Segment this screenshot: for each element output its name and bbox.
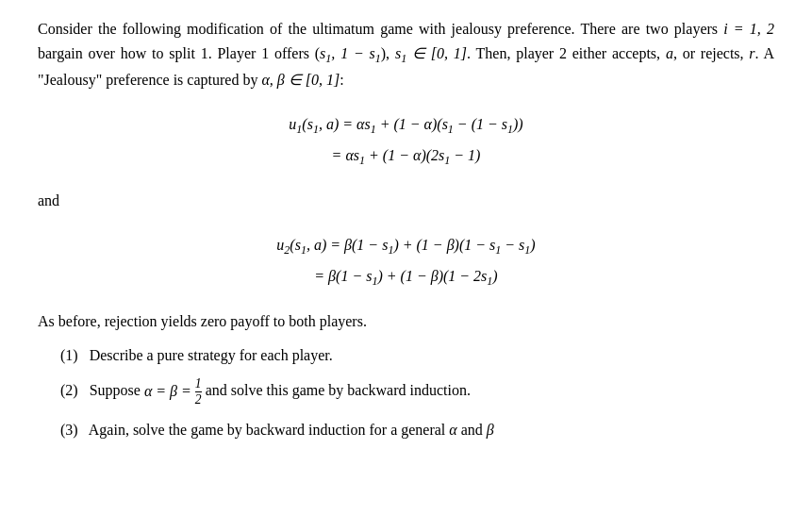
equation-1-line-2: = αs1 + (1 − α)(2s1 − 1): [38, 141, 774, 172]
math-beta-general: β: [487, 422, 494, 438]
numbered-list: (1) Describe a pure strategy for each pl…: [60, 343, 774, 442]
equation-1-line-1: u1(s1, a) = αs1 + (1 − α)(s1 − (1 − s1)): [38, 109, 774, 141]
math-i: i = 1, 2: [723, 21, 774, 37]
equation-2-line-2: = β(1 − s1) + (1 − β)(1 − 2s1): [38, 261, 774, 292]
equation-2-line-1: u2(s1, a) = β(1 − s1) + (1 − β)(1 − s1 −…: [38, 230, 774, 261]
list-item-1: (1) Describe a pure strategy for each pl…: [60, 343, 774, 368]
math-r: r: [749, 45, 754, 61]
list-item-3: (3) Again, solve the game by backward in…: [60, 418, 774, 442]
equation-block-1: u1(s1, a) = αs1 + (1 − α)(s1 − (1 − s1))…: [38, 109, 774, 172]
paragraph-1: Consider the following modification of t…: [38, 17, 774, 92]
and-paragraph: and: [38, 189, 774, 213]
list-item-2: (2) Suppose α = β = 12 and solve this ga…: [60, 376, 774, 408]
main-content: Consider the following modification of t…: [38, 17, 774, 441]
math-alpha-general: α: [449, 422, 456, 438]
math-alpha-beta: α, β ∈ [0, 1]: [261, 72, 340, 88]
math-a: a: [666, 45, 673, 61]
math-s1-domain: s1 ∈ [0, 1]: [395, 45, 467, 61]
math-alpha-eq-beta: α = β = 12: [144, 383, 202, 399]
equation-block-2: u2(s1, a) = β(1 − s1) + (1 − β)(1 − s1 −…: [38, 230, 774, 292]
math-s1: s1, 1 − s1: [320, 45, 381, 61]
rejection-paragraph: As before, rejection yields zero payoff …: [38, 309, 774, 334]
